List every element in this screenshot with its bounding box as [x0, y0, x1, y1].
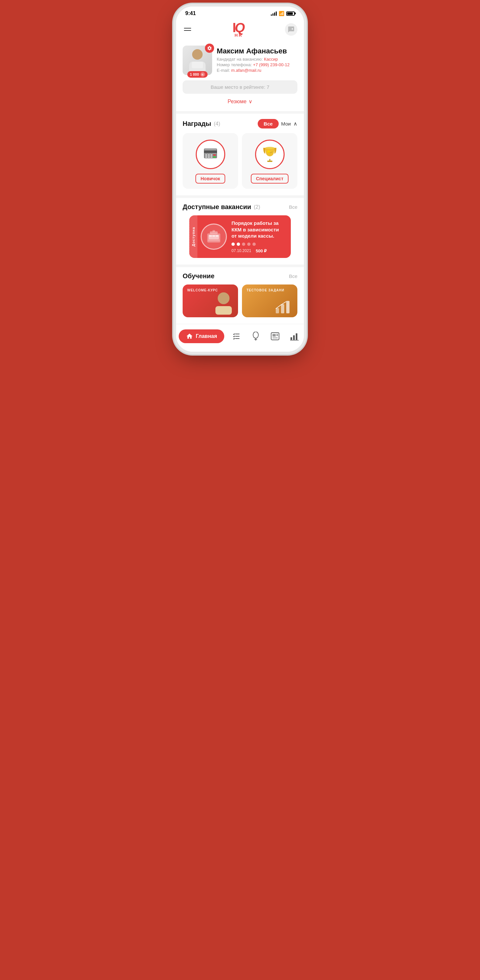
wifi-icon: 📶: [279, 11, 284, 16]
awards-grid: Новичок Специалист: [183, 133, 297, 189]
vacancy-side-label: Доступна: [189, 215, 198, 258]
gear-badge: [205, 44, 214, 53]
award-trophy-icon: [260, 145, 280, 164]
logo-q: Q: [235, 21, 245, 34]
vacancy-dots: [231, 243, 285, 246]
awards-header: Награды (4) Все Мои ∧: [183, 119, 297, 129]
vacancy-title: Порядок работы за ККМ в зависимости от м…: [231, 220, 285, 239]
vacancy-date: 07.10.2021: [231, 248, 251, 253]
role-value: Кассир: [264, 57, 278, 62]
svg-rect-28: [281, 304, 284, 313]
tab-my-button[interactable]: Мои: [281, 121, 291, 127]
training-person-icon: [214, 292, 233, 315]
awards-count: (4): [214, 121, 220, 127]
svg-rect-11: [205, 156, 207, 158]
svg-rect-12: [208, 156, 210, 158]
dot-1: [231, 243, 235, 246]
vacancies-count: (2): [254, 204, 260, 210]
award-label-specialist: Специалист: [251, 174, 289, 183]
wallet-icon: [252, 332, 260, 341]
svg-point-25: [218, 292, 230, 304]
resume-link[interactable]: Резюме ∨: [183, 97, 297, 106]
svg-point-16: [265, 147, 274, 149]
vacancies-title-row: Доступные вакансии (2): [183, 203, 260, 211]
profile-role: Кандидат на вакансию: Кассир: [217, 57, 297, 62]
rating-text: Ваше место в рейтинге: 7: [210, 84, 269, 90]
training-all-link[interactable]: Все: [289, 274, 297, 279]
award-card-specialist[interactable]: Специалист: [242, 133, 297, 189]
training-chart-icon: [273, 295, 293, 315]
phone-shell: 9:41 📶 I Q HR: [176, 6, 304, 352]
nav-tasks[interactable]: [227, 330, 246, 343]
home-icon: [186, 332, 193, 340]
chevron-down-icon: ∨: [249, 98, 252, 105]
home-label: Главная: [196, 333, 217, 339]
award-terminal-icon: [201, 145, 220, 164]
svg-rect-20: [209, 235, 212, 237]
divider-3: [176, 264, 304, 267]
training-test-label: ТЕСТОВОЕ ЗАДАНИ: [247, 288, 284, 292]
cash-register-icon: [205, 228, 222, 245]
nav-wallet[interactable]: [246, 330, 266, 343]
vacancy-card-container: Доступна: [176, 215, 304, 258]
news-icon: [271, 332, 280, 340]
phone-value: +7 (999) 239-00-12: [253, 62, 290, 67]
nav-stats[interactable]: [285, 330, 304, 342]
svg-rect-26: [215, 306, 232, 315]
svg-rect-10: [213, 154, 216, 156]
svg-rect-13: [210, 156, 212, 158]
home-button[interactable]: Главная: [179, 329, 224, 343]
nav-home[interactable]: Главная: [176, 328, 227, 345]
vacancy-card[interactable]: Доступна: [189, 215, 291, 258]
training-card-test[interactable]: ТЕСТОВОЕ ЗАДАНИ: [242, 285, 297, 317]
dot-3: [242, 243, 245, 246]
status-icons: 📶: [271, 11, 295, 16]
vacancy-meta: 07.10.2021 500 ₽: [231, 248, 285, 253]
divider-1: [176, 111, 304, 114]
svg-rect-42: [293, 335, 295, 340]
status-bar: 9:41 📶: [176, 6, 304, 18]
resume-label: Резюме: [228, 99, 247, 105]
app-header: I Q HR: [176, 18, 304, 41]
phone-label: Номер телефона:: [217, 62, 252, 67]
dot-2: [237, 243, 240, 246]
tasks-icon: [232, 332, 241, 341]
svg-rect-9: [210, 154, 212, 156]
training-section: Обучение Все WELCOME-КУРС ТЕСТОВОЕ ЗАДАН…: [176, 267, 304, 324]
vacancies-all-link[interactable]: Все: [289, 204, 297, 210]
profile-email: E-mail: m.afan@mail.ru: [217, 68, 297, 73]
award-card-novice[interactable]: Новичок: [183, 133, 238, 189]
svg-rect-43: [296, 333, 297, 340]
battery-icon: [286, 11, 295, 16]
email-value: m.afan@mail.ru: [231, 68, 261, 73]
svg-rect-22: [216, 235, 218, 237]
dot-4: [247, 243, 250, 246]
awards-title-row: Награды (4): [183, 120, 220, 127]
svg-rect-27: [276, 308, 279, 313]
svg-rect-19: [208, 239, 220, 241]
chat-button[interactable]: [285, 23, 297, 36]
award-icon-novice: [196, 140, 225, 169]
profile-section: 1 000 Б Максим Афанасьев Кандидат на вак…: [176, 41, 304, 111]
menu-button[interactable]: [183, 27, 193, 32]
awards-tabs: Все Мои ∧: [258, 119, 297, 129]
award-icon-specialist: [255, 140, 285, 169]
avatar-silhouette: [186, 47, 209, 73]
awards-section: Награды (4) Все Мои ∧: [176, 114, 304, 195]
vacancy-image: [201, 224, 227, 250]
svg-rect-41: [290, 337, 292, 340]
awards-title: Награды: [183, 120, 211, 127]
chevron-up-icon: ∧: [293, 121, 297, 127]
profile-name: Максим Афанасьев: [217, 47, 297, 56]
svg-rect-8: [208, 154, 210, 156]
training-card-welcome[interactable]: WELCOME-КУРС: [183, 285, 238, 317]
gear-icon: [207, 46, 212, 51]
profile-info: Максим Афанасьев Кандидат на вакансию: К…: [217, 46, 297, 73]
svg-rect-24: [212, 230, 215, 232]
email-label: E-mail:: [217, 68, 230, 73]
role-label: Кандидат на вакансию:: [217, 57, 263, 62]
tab-all-button[interactable]: Все: [258, 119, 279, 129]
svg-point-33: [253, 332, 258, 338]
vacancies-title: Доступные вакансии: [183, 203, 251, 211]
nav-news[interactable]: [266, 330, 285, 342]
